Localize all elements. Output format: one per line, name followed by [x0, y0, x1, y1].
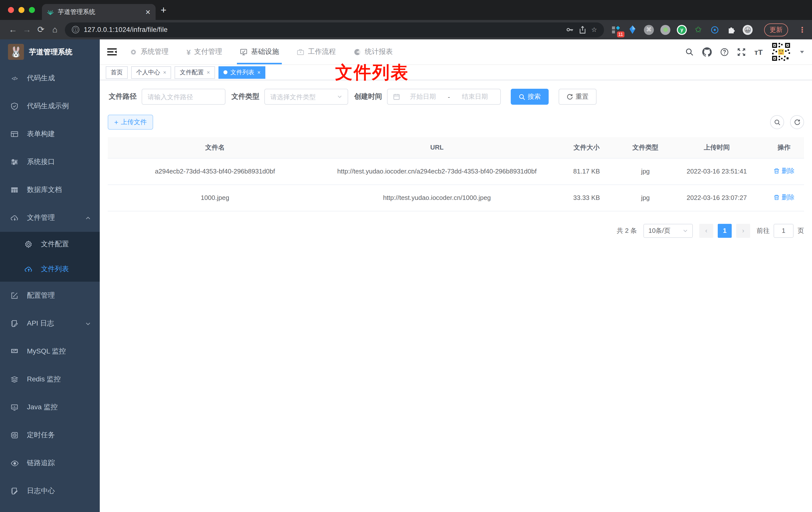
prev-page-button[interactable]: ‹ — [699, 224, 713, 238]
goto-page-input[interactable] — [774, 224, 793, 238]
extension-dot-icon[interactable] — [660, 25, 670, 35]
col-file-name: 文件名 — [108, 137, 322, 158]
screen-bars-icon — [10, 403, 19, 412]
favicon-sprout-icon — [47, 8, 54, 16]
close-icon[interactable]: × — [207, 69, 210, 75]
sidebar-item-file-list[interactable]: 文件列表 — [0, 257, 100, 282]
reload-icon[interactable]: ⟳ — [34, 24, 48, 35]
file-type-select-input[interactable] — [270, 93, 334, 100]
font-size-icon[interactable]: тT — [754, 48, 763, 56]
search-button[interactable]: 搜索 — [511, 89, 549, 105]
extension-eye-icon[interactable] — [710, 25, 720, 35]
extension-command-icon[interactable]: ⌘ — [644, 25, 654, 35]
close-icon[interactable]: × — [257, 69, 261, 75]
extension-y-icon[interactable]: y — [677, 25, 687, 35]
top-menu-workflow[interactable]: 工作流程 — [297, 39, 336, 64]
bookmark-star-icon[interactable]: ☆ — [591, 26, 597, 33]
sidebar-logo[interactable]: 🐰 芋道管理系统 — [0, 39, 100, 64]
file-table: 文件名 URL 文件大小 文件类型 上传时间 操作 a294ecb2-73dd-… — [108, 137, 804, 211]
sidebar-item-code-generation[interactable]: </> 代码生成 — [0, 64, 100, 92]
top-menu-reports[interactable]: 统计报表 — [354, 39, 393, 64]
home-icon[interactable]: ⌂ — [48, 25, 62, 35]
date-end-placeholder[interactable]: 结束日期 — [455, 92, 495, 101]
sidebar-item-scheduled-jobs[interactable]: 定时任务 — [0, 421, 100, 449]
browser-tab[interactable]: 芋道管理系统 ✕ — [42, 4, 155, 20]
next-page-button[interactable]: › — [736, 224, 750, 238]
close-window-button[interactable] — [8, 7, 14, 13]
dashboard-pie-icon — [354, 48, 361, 56]
search-icon — [519, 93, 525, 100]
tag-profile[interactable]: 个人中心 × — [131, 66, 171, 79]
sidebar-item-api-log[interactable]: API 日志 — [0, 309, 100, 337]
navbar-right-tools: тT — [686, 42, 805, 62]
active-dot — [224, 70, 227, 74]
refresh-table-button[interactable] — [790, 115, 804, 129]
table-grid-icon — [10, 185, 19, 194]
toggle-search-button[interactable] — [770, 115, 784, 129]
top-menu-system[interactable]: 系统管理 — [130, 39, 169, 64]
date-range-picker[interactable]: 开始日期 - 结束日期 — [387, 89, 501, 105]
zoom-window-button[interactable] — [29, 7, 35, 13]
new-tab-button[interactable]: + — [161, 4, 166, 16]
extension-puzzle-icon[interactable] — [726, 25, 736, 35]
help-icon[interactable] — [721, 48, 729, 56]
github-icon[interactable] — [702, 47, 712, 57]
file-path-input[interactable] — [148, 93, 220, 100]
table-row: a294ecb2-73dd-4353-bf40-296b8931d0bf htt… — [108, 158, 804, 184]
tag-file-list[interactable]: 文件列表 × — [219, 66, 266, 79]
page-size-select[interactable]: 10条/页 — [643, 224, 693, 238]
extension-emoji-icon[interactable]: 😀 — [743, 25, 753, 35]
file-type-select[interactable] — [264, 89, 348, 105]
sidebar-item-java-monitor[interactable]: Java 监控 — [0, 393, 100, 421]
back-icon[interactable]: ← — [6, 25, 20, 35]
page-number-1[interactable]: 1 — [718, 224, 732, 238]
user-avatar-qr[interactable] — [771, 42, 791, 62]
tag-file-config[interactable]: 文件配置 × — [175, 66, 215, 79]
extension-star-icon[interactable]: ✩ — [693, 25, 703, 35]
share-icon[interactable] — [579, 26, 587, 34]
sidebar-item-file-management[interactable]: 文件管理 — [0, 204, 100, 232]
sidebar-item-code-example[interactable]: 代码生成示例 — [0, 92, 100, 120]
table-tools — [770, 115, 804, 129]
sidebar-item-mysql-monitor[interactable]: MySQL 监控 — [0, 337, 100, 365]
forward-icon[interactable]: → — [20, 25, 34, 35]
reset-button[interactable]: 重置 — [559, 89, 597, 105]
sidebar-item-form-builder[interactable]: 表单构建 — [0, 120, 100, 148]
chevron-down-icon — [337, 94, 342, 99]
monitor-check-icon — [240, 48, 248, 56]
window-controls[interactable] — [8, 7, 35, 13]
sidebar-item-system-api[interactable]: 系统接口 — [0, 148, 100, 176]
extension-kite-icon[interactable] — [628, 25, 637, 35]
sidebar-toggle-icon[interactable] — [107, 48, 117, 56]
search-icon[interactable] — [686, 48, 694, 56]
fullscreen-icon[interactable] — [737, 48, 746, 56]
create-time-label: 创建时间 — [354, 92, 382, 101]
sidebar-item-log-center[interactable]: 日志中心 — [0, 477, 100, 505]
upload-file-button[interactable]: + 上传文件 — [108, 115, 153, 130]
sidebar-item-tracing[interactable]: 链路追踪 — [0, 449, 100, 477]
tab-title: 芋道管理系统 — [58, 8, 141, 16]
date-start-placeholder[interactable]: 开始日期 — [403, 92, 443, 101]
close-icon[interactable]: × — [163, 69, 166, 75]
browser-menu-icon[interactable]: ⋮ — [799, 25, 806, 34]
tab-close-icon[interactable]: ✕ — [145, 8, 151, 16]
trash-icon — [774, 194, 780, 200]
site-info-icon[interactable]: ⓘ — [72, 26, 79, 33]
delete-button[interactable]: 删除 — [774, 192, 794, 203]
extension-grid-icon[interactable]: 11 — [611, 25, 621, 35]
password-key-icon[interactable] — [566, 25, 574, 34]
browser-update-button[interactable]: 更新 — [764, 23, 788, 36]
address-bar[interactable]: ⓘ 127.0.0.1:1024/infra/file/file ☆ — [65, 22, 604, 37]
delete-button[interactable]: 删除 — [774, 165, 794, 176]
sidebar-item-redis-monitor[interactable]: Redis 监控 — [0, 365, 100, 393]
sidebar-item-db-doc[interactable]: 数据库文档 — [0, 176, 100, 204]
sidebar-item-file-config[interactable]: 文件配置 — [0, 232, 100, 257]
minimize-window-button[interactable] — [19, 7, 24, 13]
col-actions: 操作 — [764, 137, 804, 158]
tag-home[interactable]: 首页 — [106, 66, 128, 79]
avatar-caret-icon[interactable] — [800, 49, 805, 54]
top-menu-infrastructure[interactable]: 基础设施 — [240, 39, 279, 64]
sidebar-item-config-management[interactable]: 配置管理 — [0, 282, 100, 309]
url-text[interactable]: 127.0.0.1:1024/infra/file/file — [84, 26, 561, 33]
top-menu-payment[interactable]: ¥ 支付管理 — [186, 39, 222, 64]
